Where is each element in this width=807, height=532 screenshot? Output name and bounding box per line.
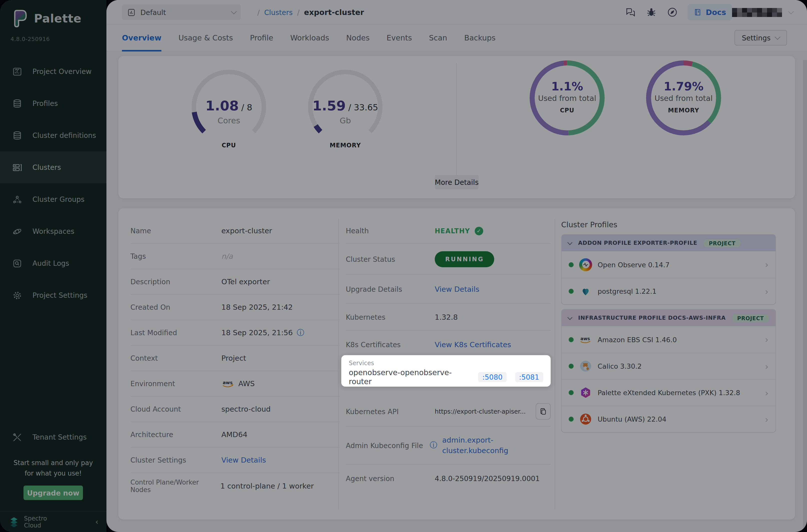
sidebar-item-project-overview[interactable]: Project Overview: [0, 55, 107, 88]
profile-item-openobserve[interactable]: Open Observe 0.14.7 ›: [562, 251, 775, 278]
sidebar-item-label: Project Settings: [33, 291, 88, 299]
profile-item-amazon-ebs-csi[interactable]: aws Amazon EBS CSI 1.46.0 ›: [562, 326, 775, 353]
sidebar-item-project-settings[interactable]: Project Settings: [0, 279, 107, 311]
chevron-right-icon: ›: [765, 414, 769, 424]
tab-profile[interactable]: Profile: [250, 24, 273, 52]
collapse-sidebar-icon[interactable]: ‹: [95, 517, 98, 527]
docs-button[interactable]: Docs: [688, 4, 732, 20]
profile-item-calico[interactable]: Calico 3.30.2 ›: [562, 353, 775, 379]
aws-logo: aws: [579, 333, 592, 346]
sidebar-item-workspaces[interactable]: Workspaces: [0, 215, 107, 247]
tab-usage-costs[interactable]: Usage & Costs: [179, 24, 233, 52]
cloud-account-value: spectro-cloud: [221, 405, 270, 413]
sidebar-item-audit-logs[interactable]: Audit Logs: [0, 247, 107, 279]
sidebar-item-label: Cluster Groups: [33, 195, 85, 203]
sidebar-item-label: Workspaces: [33, 227, 74, 235]
name-value: export-cluster: [221, 227, 272, 235]
project-badge: PROJECT: [704, 239, 740, 247]
chevron-right-icon: ›: [765, 387, 769, 398]
running-status-badge[interactable]: RUNNING: [435, 251, 494, 267]
cpu-gauge-title: CPU: [186, 142, 271, 149]
services-spotlight-box: Services openobserve-openobserve-router …: [341, 355, 551, 387]
info-icon[interactable]: ⓘ: [297, 328, 304, 338]
memory-used-value: 1.59: [312, 98, 345, 113]
sidebar-item-clusters[interactable]: Clusters: [0, 151, 107, 183]
k8s-certificates-link[interactable]: View K8s Certificates: [435, 341, 511, 349]
sidebar-item-cluster-definitions[interactable]: Cluster definitions: [0, 119, 107, 151]
profile-item-ubuntu[interactable]: Ubuntu (AWS) 22.04 ›: [562, 406, 775, 432]
cluster-settings-link[interactable]: View Details: [221, 456, 266, 464]
tab-backups[interactable]: Backups: [464, 24, 496, 52]
memory-donut-percent: 1.79%: [644, 80, 722, 93]
bar-chart-icon: [12, 66, 22, 77]
service-port-link-5081[interactable]: :5081: [515, 372, 543, 382]
agent-version-value: 4.8.0-250919/20250919.0001: [435, 475, 540, 482]
profile-item-postgresql[interactable]: postgresql 1.22.1 ›: [562, 278, 775, 304]
cpu-gauge: 1.08 / 8 Cores CPU: [186, 68, 271, 145]
sidebar-menu: Project Overview Profiles Cluster defini…: [0, 55, 107, 311]
sidebar-item-label: Audit Logs: [33, 259, 69, 267]
brand-name: Palette: [34, 12, 81, 25]
sidebar-tenant-section: Tenant Settings: [0, 421, 107, 453]
environment-value: AWS: [238, 380, 255, 388]
tools-icon: [12, 432, 22, 442]
infrastructure-profile-group: INFRASTRUCTURE PROFILE DOCS-AWS-INFRA PR…: [561, 309, 776, 433]
addon-profile-header[interactable]: ADDON PROFILE EXPORTER-PROFILE PROJECT: [562, 235, 775, 251]
sidebar-item-tenant-settings[interactable]: Tenant Settings: [0, 421, 107, 453]
user-menu[interactable]: [732, 8, 793, 17]
service-port-link-5080[interactable]: :5080: [478, 372, 507, 382]
sidebar-item-cluster-groups[interactable]: Cluster Groups: [0, 183, 107, 215]
topbar: Default / Clusters / export-cluster Docs: [107, 0, 807, 24]
scrollbar[interactable]: [803, 60, 807, 532]
upgrade-promo-text: Start small and only pay for what you us…: [0, 458, 107, 478]
detail-row-kubeconfig: Admin Kubeconfig Fileⓘ admin.export-clus…: [346, 426, 551, 464]
memory-usage-donut: 1.79% Used from total MEMORY: [644, 59, 722, 137]
status-dot-green: [569, 262, 574, 267]
main-content: Default / Clusters / export-cluster Docs: [107, 0, 807, 532]
status-dot-green: [569, 390, 574, 395]
breadcrumb-current: export-cluster: [304, 8, 364, 17]
project-icon: [127, 8, 136, 17]
feedback-chat-icon[interactable]: [625, 6, 636, 18]
sidebar-item-profiles[interactable]: Profiles: [0, 88, 107, 119]
explore-compass-icon[interactable]: [667, 6, 678, 18]
profile-item-label: Calico 3.30.2: [598, 362, 642, 370]
memory-total-value: / 33.65: [348, 102, 378, 112]
cpu-unit-label: Cores: [186, 116, 271, 126]
cluster-tabs: Overview Usage & Costs Profile Workloads…: [122, 24, 496, 52]
tab-events[interactable]: Events: [387, 24, 412, 52]
chevron-down-icon: [775, 34, 781, 40]
cpu-used-value: 1.08: [205, 98, 239, 113]
tab-workloads[interactable]: Workloads: [290, 24, 329, 52]
breadcrumb-link-clusters[interactable]: Clusters: [264, 8, 293, 16]
svg-text:aws: aws: [580, 336, 590, 341]
upgrade-details-link[interactable]: View Details: [435, 285, 480, 293]
detail-row-agent-version: Agent version 4.8.0-250919/20250919.0001: [346, 464, 551, 493]
cpu-donut-title: CPU: [528, 107, 606, 114]
detail-row-architecture: ArchitectureAMD64: [130, 422, 340, 448]
openobserve-logo: [579, 258, 592, 271]
infrastructure-profile-header[interactable]: INFRASTRUCTURE PROFILE DOCS-AWS-INFRA PR…: [562, 310, 775, 326]
cluster-profiles-title: Cluster Profiles: [561, 220, 776, 229]
chevron-down-icon: [567, 240, 573, 245]
postgresql-logo: [579, 285, 592, 298]
chevron-down-icon: [788, 9, 794, 15]
chevron-down-icon: [567, 315, 573, 320]
tab-nodes[interactable]: Nodes: [346, 24, 370, 52]
bug-report-icon[interactable]: [646, 6, 657, 18]
copy-button[interactable]: [536, 403, 551, 420]
settings-button[interactable]: Settings: [734, 30, 787, 45]
health-status: HEALTHY: [435, 227, 470, 234]
sidebar-footer: Spectro Cloud ‹: [0, 511, 107, 532]
profile-item-pxk[interactable]: Palette eXtended Kubernetes (PXK) 1.32.8…: [562, 379, 775, 406]
created-on-value: 18 Sep 2025, 21:42: [221, 303, 293, 311]
project-selector[interactable]: Default: [122, 4, 241, 20]
more-details-button[interactable]: More Details: [435, 175, 479, 189]
detail-row-nodes: Control Plane/Worker Nodes1 control-plan…: [130, 473, 340, 498]
breadcrumb-separator: /: [297, 8, 299, 16]
upgrade-now-button[interactable]: Upgrade now: [23, 486, 83, 500]
tab-overview[interactable]: Overview: [122, 24, 162, 52]
info-icon[interactable]: ⓘ: [430, 441, 437, 450]
kubeconfig-link[interactable]: admin.export-cluster.kubeconfig: [442, 435, 508, 456]
tab-scan[interactable]: Scan: [429, 24, 447, 52]
